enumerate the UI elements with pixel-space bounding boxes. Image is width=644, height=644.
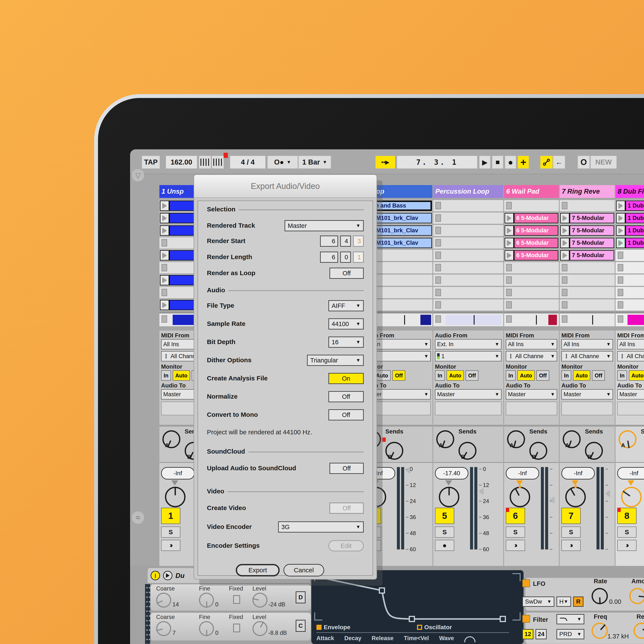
send-a-knob[interactable]: A (563, 430, 581, 448)
clip-slot[interactable]: 1 Dub (616, 225, 644, 236)
input-channel-select[interactable]: ⋮All Channe▼ (506, 351, 557, 361)
fixed-checkbox[interactable] (233, 624, 240, 632)
track-activator[interactable]: 5 (435, 508, 454, 524)
clip-slot[interactable] (560, 200, 615, 211)
clip[interactable]: 7 5-Modular (560, 250, 614, 261)
render-length-bar-field[interactable]: 6 (320, 252, 338, 263)
render-length-sub-field[interactable]: 1 (353, 252, 364, 263)
convert-to-mono-toggle[interactable]: Off (328, 409, 364, 420)
clip[interactable]: 6 5-Modular (505, 225, 558, 236)
arrangement-position-field[interactable]: 7. 3. 1 (397, 156, 477, 169)
clip[interactable]: 1 Dub (616, 238, 644, 248)
tempo-field[interactable]: 162.00 (166, 156, 197, 169)
monitor-auto-button[interactable]: Auto (573, 370, 590, 381)
level-knob[interactable] (252, 621, 267, 636)
clip[interactable]: 7 5-Modular (560, 225, 614, 236)
clip-slot[interactable] (504, 262, 559, 273)
input-channel-select[interactable]: 1▼ (435, 351, 502, 361)
monitor-auto-button[interactable]: Auto (447, 370, 464, 381)
send-a-knob[interactable]: A (436, 430, 454, 448)
normalize-toggle[interactable]: Off (328, 391, 364, 402)
clip-slot[interactable] (433, 225, 503, 236)
output-select[interactable]: Master▼ (506, 389, 557, 399)
filter-on-icon[interactable] (522, 615, 530, 623)
time-signature-field[interactable]: 4 / 4 (230, 156, 266, 169)
coarse-knob[interactable] (156, 621, 171, 636)
clip-slot[interactable]: 7 5-Modular (560, 212, 615, 224)
clip-slot[interactable]: 1 Dub (616, 237, 644, 249)
clip-play-icon[interactable] (505, 213, 514, 223)
cancel-button[interactable]: Cancel (283, 564, 324, 576)
render-start-bar-field[interactable]: 6 (320, 236, 338, 247)
clip-slot[interactable]: 6 5-Modular (504, 250, 559, 261)
param-timevel[interactable]: Time<Vel (404, 635, 429, 642)
operator-d-button[interactable]: D (296, 591, 306, 603)
clip-play-icon[interactable] (560, 225, 570, 236)
clip-slot[interactable]: 7 5-Modular (560, 250, 615, 261)
monitor-in-button[interactable]: In (506, 370, 516, 381)
follow-button[interactable]: ••▶ (375, 156, 395, 169)
clip-play-icon[interactable] (160, 200, 169, 211)
video-encoder-select[interactable]: 3G▼ (278, 521, 364, 533)
lfo-amount-knob[interactable] (629, 588, 644, 604)
output-channel-select[interactable] (561, 402, 613, 415)
monitor-off-button[interactable]: Off (592, 370, 605, 381)
clip[interactable]: 1 Dub (616, 213, 644, 223)
input-type-select[interactable]: All Ins▼ (506, 339, 557, 349)
send-b-knob[interactable]: B (459, 442, 476, 460)
send-a-knob[interactable]: A (162, 430, 180, 448)
create-analysis-file-toggle[interactable]: On (328, 373, 364, 384)
clip-slot[interactable] (504, 299, 559, 311)
output-channel-select[interactable] (617, 402, 644, 415)
clip-slot[interactable] (433, 287, 503, 298)
volume-knob[interactable] (621, 487, 642, 507)
volume-field[interactable]: -Inf (617, 467, 644, 479)
clip-slot[interactable] (616, 250, 644, 261)
clip-play-icon[interactable] (616, 238, 625, 248)
clip-play-icon[interactable] (560, 238, 570, 248)
clip-play-icon[interactable] (616, 213, 625, 223)
fine-knob[interactable] (199, 593, 214, 608)
export-button[interactable]: Export (236, 564, 280, 576)
output-channel-select[interactable] (506, 402, 557, 415)
track-stop-icon[interactable] (506, 315, 512, 323)
volume-field[interactable]: -Inf (161, 467, 194, 479)
lfo-on-icon[interactable] (522, 579, 530, 587)
monitor-auto-button[interactable]: Auto (629, 370, 644, 381)
level-knob[interactable] (252, 593, 267, 608)
new-button[interactable]: NEW (591, 156, 617, 169)
create-video-toggle[interactable]: Off (329, 503, 364, 514)
render-start-beat-field[interactable]: 4 (340, 236, 351, 247)
clip-slot[interactable] (433, 262, 503, 273)
upload-soundcloud-toggle[interactable]: Off (329, 463, 364, 474)
param-decay[interactable]: Decay (344, 635, 362, 642)
arm-button[interactable]: ◕ (506, 540, 525, 551)
monitor-auto-button[interactable]: Auto (517, 370, 535, 381)
tab-oscillator[interactable]: Oscillator (417, 624, 452, 631)
param-attack[interactable]: Attack (316, 635, 334, 642)
clip-slot[interactable]: 6 5-Modular (504, 212, 559, 224)
envelope-display[interactable]: Envelope Oscillator Attack Decay Release… (311, 570, 524, 644)
volume-field[interactable]: -Inf (506, 467, 539, 479)
link-icon[interactable] (540, 156, 553, 169)
volume-field[interactable]: -17.40 (435, 467, 468, 479)
volume-knob[interactable] (510, 487, 530, 507)
render-length-beat-field[interactable]: 0 (340, 252, 351, 263)
clip-slot[interactable]: 7 5-Modular (560, 225, 615, 236)
filter-res-knob[interactable] (634, 623, 644, 639)
send-a-knob[interactable]: A (507, 430, 525, 448)
send-b-knob[interactable]: B (385, 442, 403, 460)
clip-slot[interactable] (433, 275, 503, 286)
clip-slot[interactable] (616, 275, 644, 286)
clip-slot[interactable] (504, 200, 559, 211)
clip-slot[interactable] (560, 287, 615, 298)
param-release[interactable]: Release (372, 635, 393, 642)
volume-field[interactable]: -Inf (561, 467, 595, 479)
clip-slot[interactable]: 7 5-Modular (560, 237, 615, 249)
clip[interactable]: 6 5-Modular (505, 238, 558, 248)
clip-slot[interactable] (616, 299, 644, 311)
input-channel-select[interactable]: ⋮All Channe▼ (561, 351, 613, 361)
render-as-loop-toggle[interactable]: Off (329, 268, 364, 279)
clip[interactable]: 1 Dub (616, 200, 644, 211)
track-stop-icon[interactable] (562, 315, 567, 323)
